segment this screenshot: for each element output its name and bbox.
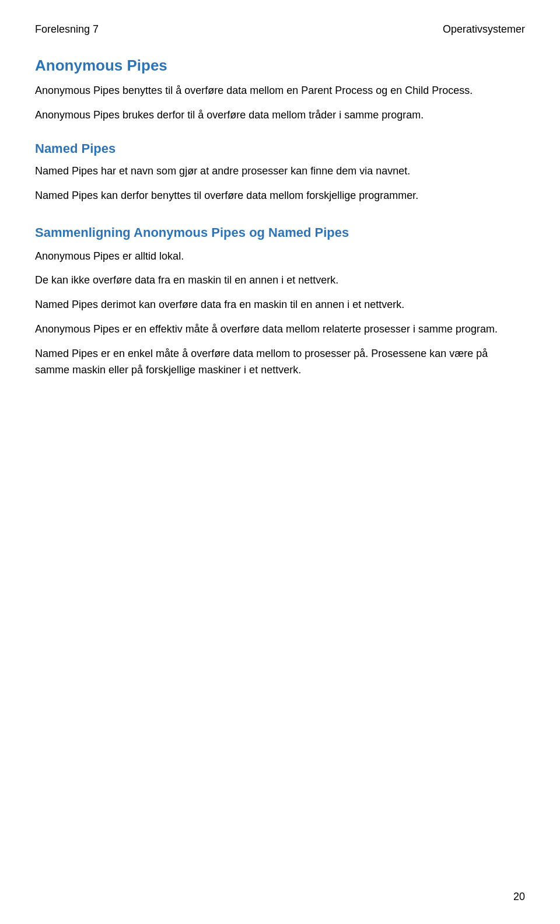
- comparison-section: Sammenligning Anonymous Pipes og Named P…: [35, 225, 525, 379]
- named-pipes-title: Named Pipes: [35, 141, 525, 156]
- anonymous-pipes-para-2: Anonymous Pipes brukes derfor til å over…: [35, 107, 525, 124]
- comparison-para-5: Named Pipes er en enkel måte å overføre …: [35, 346, 525, 379]
- page-header: Forelesning 7 Operativsystemer: [35, 23, 525, 36]
- anonymous-pipes-para-1: Anonymous Pipes benyttes til å overføre …: [35, 83, 525, 99]
- page-number: 20: [513, 891, 525, 903]
- header-right: Operativsystemer: [443, 23, 525, 36]
- named-pipes-para-2: Named Pipes kan derfor benyttes til over…: [35, 188, 525, 204]
- page: Forelesning 7 Operativsystemer Anonymous…: [0, 0, 560, 924]
- named-pipes-para-1: Named Pipes har et navn som gjør at andr…: [35, 163, 525, 180]
- named-pipes-section: Named Pipes Named Pipes har et navn som …: [35, 141, 525, 204]
- comparison-para-2: De kan ikke overføre data fra en maskin …: [35, 272, 525, 289]
- comparison-para-1: Anonymous Pipes er alltid lokal.: [35, 249, 525, 265]
- comparison-title: Sammenligning Anonymous Pipes og Named P…: [35, 225, 525, 240]
- anonymous-pipes-title: Anonymous Pipes: [35, 57, 525, 75]
- comparison-para-4: Anonymous Pipes er en effektiv måte å ov…: [35, 321, 525, 338]
- anonymous-pipes-section: Anonymous Pipes Anonymous Pipes benyttes…: [35, 57, 525, 124]
- comparison-para-3: Named Pipes derimot kan overføre data fr…: [35, 297, 525, 313]
- header-left: Forelesning 7: [35, 23, 99, 36]
